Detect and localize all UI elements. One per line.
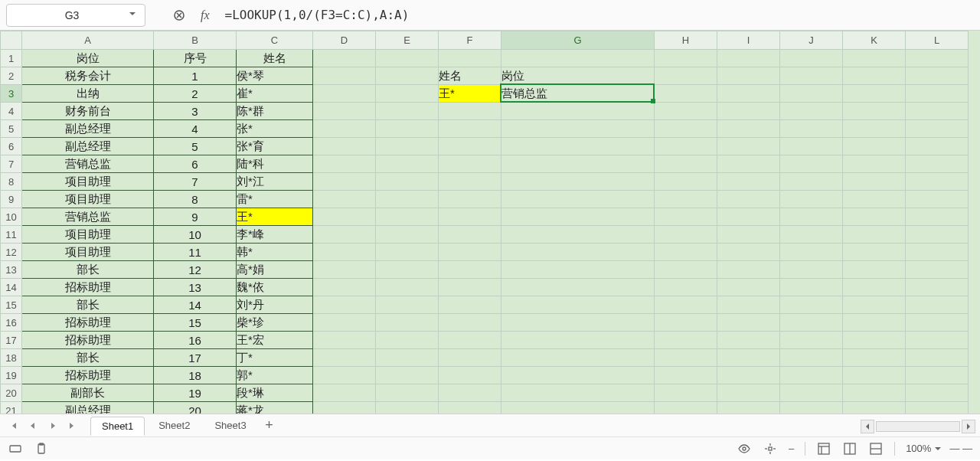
- row-header[interactable]: 5: [1, 120, 22, 138]
- cell[interactable]: 刘*丹: [237, 296, 313, 314]
- cell[interactable]: 6: [154, 155, 237, 173]
- cell[interactable]: [843, 208, 906, 226]
- cell[interactable]: [906, 261, 969, 279]
- cell[interactable]: [717, 296, 780, 314]
- cell[interactable]: [843, 103, 906, 120]
- row-header[interactable]: 10: [1, 208, 22, 226]
- cell[interactable]: [780, 332, 843, 349]
- cell[interactable]: [906, 173, 969, 191]
- cell[interactable]: [906, 191, 969, 208]
- cell[interactable]: [906, 367, 969, 384]
- column-header[interactable]: J: [780, 31, 843, 50]
- cell[interactable]: [843, 296, 906, 314]
- cell[interactable]: 项目助理: [22, 191, 154, 208]
- cell[interactable]: [376, 244, 439, 261]
- cell[interactable]: [501, 314, 655, 332]
- cell[interactable]: [501, 226, 655, 244]
- cell[interactable]: [717, 332, 780, 349]
- cell[interactable]: [906, 349, 969, 367]
- cell[interactable]: [313, 261, 376, 279]
- cell[interactable]: [376, 296, 439, 314]
- column-header[interactable]: H: [655, 31, 717, 50]
- cell[interactable]: 4: [154, 120, 237, 138]
- cell[interactable]: 8: [154, 191, 237, 208]
- row-header[interactable]: 4: [1, 103, 22, 120]
- cell[interactable]: 刘*江: [237, 173, 313, 191]
- cell[interactable]: [717, 314, 780, 332]
- cell[interactable]: [313, 103, 376, 120]
- cell[interactable]: 崔*: [237, 85, 313, 103]
- row-header[interactable]: 16: [1, 314, 22, 332]
- cell[interactable]: 高*娟: [237, 261, 313, 279]
- cell[interactable]: 陈*群: [237, 103, 313, 120]
- page-layout-view-icon[interactable]: [842, 441, 858, 456]
- cell[interactable]: [906, 226, 969, 244]
- cell[interactable]: [906, 50, 969, 67]
- cell[interactable]: [313, 85, 376, 103]
- cell[interactable]: [439, 402, 501, 414]
- cell[interactable]: [313, 67, 376, 85]
- sheet-tab[interactable]: Sheet2: [148, 417, 201, 436]
- cell[interactable]: [780, 191, 843, 208]
- cell[interactable]: [780, 85, 843, 103]
- cell[interactable]: [655, 120, 717, 138]
- select-all-corner[interactable]: [1, 31, 22, 50]
- cell[interactable]: 3: [154, 103, 237, 120]
- cell[interactable]: [843, 226, 906, 244]
- cell[interactable]: [313, 296, 376, 314]
- row-header[interactable]: 2: [1, 67, 22, 85]
- column-header[interactable]: A: [22, 31, 154, 50]
- cell[interactable]: [376, 155, 439, 173]
- cell[interactable]: 丁*: [237, 349, 313, 367]
- cell[interactable]: [717, 103, 780, 120]
- row-header[interactable]: 3: [1, 85, 22, 103]
- cell[interactable]: [501, 120, 655, 138]
- cell[interactable]: 副总经理: [22, 120, 154, 138]
- row-header[interactable]: 20: [1, 384, 22, 402]
- column-header[interactable]: C: [237, 31, 313, 50]
- cell[interactable]: 王*: [237, 208, 313, 226]
- cell[interactable]: [717, 244, 780, 261]
- cell[interactable]: [906, 402, 969, 414]
- cell[interactable]: [501, 50, 655, 67]
- cell[interactable]: 岗位: [22, 50, 154, 67]
- cell[interactable]: [843, 155, 906, 173]
- cell[interactable]: [906, 103, 969, 120]
- cell[interactable]: [439, 296, 501, 314]
- cell[interactable]: [906, 138, 969, 155]
- column-header[interactable]: F: [439, 31, 501, 50]
- focus-icon[interactable]: [763, 441, 778, 456]
- cell[interactable]: 陆*科: [237, 155, 313, 173]
- cell[interactable]: [439, 332, 501, 349]
- cell[interactable]: [780, 103, 843, 120]
- cell[interactable]: [780, 226, 843, 244]
- zoom-control[interactable]: 100% — —: [906, 443, 972, 454]
- cell[interactable]: [717, 261, 780, 279]
- cell[interactable]: 项目助理: [22, 244, 154, 261]
- cell[interactable]: [655, 208, 717, 226]
- cell[interactable]: [439, 279, 501, 296]
- cell[interactable]: [655, 138, 717, 155]
- cell[interactable]: 19: [154, 384, 237, 402]
- cell[interactable]: [717, 279, 780, 296]
- row-header[interactable]: 15: [1, 296, 22, 314]
- cell[interactable]: 副总经理: [22, 138, 154, 155]
- keyboard-icon[interactable]: [8, 441, 23, 456]
- cell[interactable]: [717, 155, 780, 173]
- row-header[interactable]: 7: [1, 155, 22, 173]
- cell[interactable]: [843, 173, 906, 191]
- cell[interactable]: [439, 191, 501, 208]
- cell[interactable]: [655, 67, 717, 85]
- cell[interactable]: [906, 314, 969, 332]
- cell[interactable]: [313, 120, 376, 138]
- cell[interactable]: 侯*琴: [237, 67, 313, 85]
- cell[interactable]: [780, 244, 843, 261]
- cell[interactable]: [376, 384, 439, 402]
- cell[interactable]: [780, 384, 843, 402]
- cell[interactable]: [655, 155, 717, 173]
- cell[interactable]: [780, 50, 843, 67]
- cell[interactable]: 李*峰: [237, 226, 313, 244]
- cell[interactable]: 部长: [22, 296, 154, 314]
- cell[interactable]: [313, 138, 376, 155]
- cell[interactable]: [717, 226, 780, 244]
